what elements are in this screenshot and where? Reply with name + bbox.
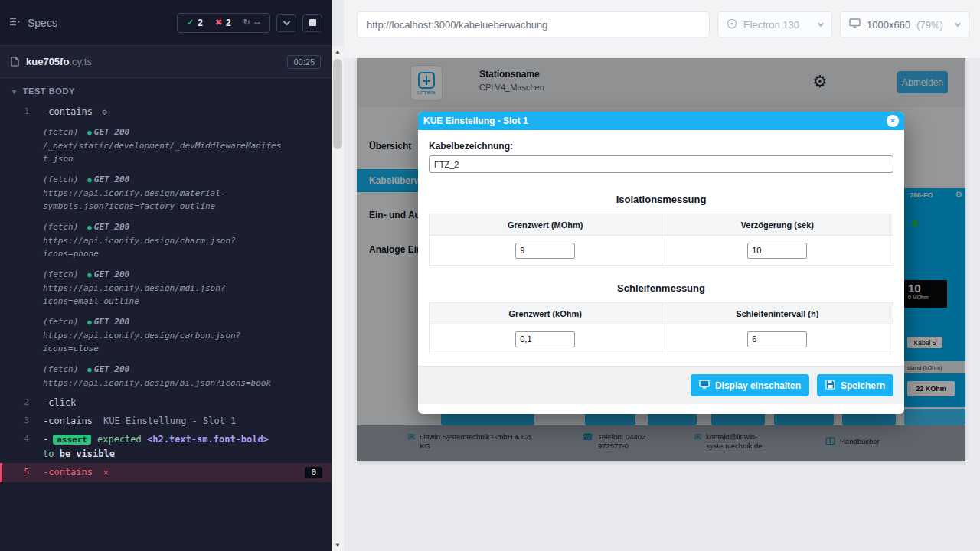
retry-count-badge: 0 (305, 467, 322, 478)
command-row-contains[interactable]: 3 -containsKUE Einstellung - Slot 1 (0, 412, 332, 430)
command-argument: KUE Einstellung - Slot 1 (103, 416, 236, 426)
command-number: 4 (0, 432, 43, 446)
assert-text: to (43, 448, 54, 459)
specs-list-icon[interactable] (9, 16, 21, 30)
verzoegerung-sek-input[interactable] (747, 243, 807, 259)
status-dot-icon: ● (87, 318, 91, 326)
dialog-header: KUE Einstellung - Slot 1 ✕ (418, 112, 904, 130)
url-input[interactable] (357, 11, 710, 37)
column-header: Verzögerung (sek) (662, 214, 893, 235)
collapse-button[interactable] (276, 14, 296, 32)
request-url: https://api.iconify.design/carbon.json?i… (43, 329, 282, 355)
isolation-section-title: Isolationsmessung (429, 194, 893, 205)
spec-name: kue705fo.cy.ts (26, 56, 92, 67)
command-number: 5 (0, 465, 43, 479)
schleifen-table: Grenzwert (kOhm) Schleifenintervall (h) (429, 302, 893, 354)
kue-settings-dialog: KUE Einstellung - Slot 1 ✕ Kabelbezeichn… (418, 112, 904, 414)
chevron-down-icon (818, 20, 824, 26)
column-header: Schleifenintervall (h) (662, 303, 893, 324)
app-viewport: LITTWIN Stationsname CPLV4_Maschen ⚙ Abm… (357, 58, 965, 461)
fetch-label: (fetch) (43, 317, 78, 327)
command-log: 1 -contains⚙ (fetch)●GET 200 /_next/stat… (0, 101, 332, 482)
close-icon[interactable]: ✕ (887, 115, 899, 127)
status-dot-icon: ● (87, 366, 91, 373)
viewport-zoom: (79%) (916, 19, 943, 31)
speichern-button[interactable]: Speichern (817, 374, 893, 396)
fetch-label: (fetch) (43, 269, 78, 279)
assert-text: visible (76, 448, 115, 459)
network-log-row[interactable]: (fetch)●GET 200 https://api.iconify.desi… (0, 169, 332, 217)
browser-label: Electron 130 (743, 19, 799, 31)
specs-label[interactable]: Specs (28, 17, 57, 29)
test-stats: ✓ 2 ✖ 2 ↻ -- (177, 13, 270, 33)
fetch-label: (fetch) (43, 222, 78, 232)
network-log-row[interactable]: (fetch)●GET 200 https://api.iconify.desi… (0, 311, 332, 359)
pending-count: -- (254, 18, 260, 28)
command-number: 1 (0, 105, 43, 119)
chevron-down-icon (955, 20, 961, 26)
refresh-icon: ↻ (243, 18, 250, 28)
command-row-contains[interactable]: 1 -contains⚙ (0, 103, 332, 122)
spec-file-icon (11, 57, 19, 67)
assert-text: be (60, 448, 70, 459)
grenzwert-kohm-input[interactable] (515, 331, 575, 347)
stat-passed[interactable]: ✓ 2 (181, 18, 209, 28)
viewport-select[interactable]: 1000x660 (79%) (840, 11, 969, 37)
dialog-body: Kabelbezeichnung: Isolationsmessung Gren… (418, 130, 904, 354)
fetch-label: (fetch) (43, 364, 78, 374)
browser-select[interactable]: Electron 130 (717, 11, 832, 37)
stat-failed[interactable]: ✖ 2 (209, 18, 237, 28)
scrollbar-thumb[interactable] (333, 59, 342, 149)
schleifenintervall-input[interactable] (747, 331, 807, 347)
grenzwert-mohm-input[interactable] (515, 243, 575, 259)
http-status: GET 200 (94, 127, 129, 137)
monitor-icon (849, 18, 861, 31)
request-url: https://api.iconify.design/material-symb… (43, 187, 282, 213)
scroll-down-icon[interactable]: ▼ (332, 542, 344, 549)
command-row-contains-failed[interactable]: 5 -contains✕ 0 (0, 463, 332, 482)
network-log-row[interactable]: (fetch)●GET 200 https://api.iconify.desi… (0, 264, 332, 311)
kabelbezeichnung-input[interactable] (429, 155, 893, 173)
scroll-up-icon[interactable]: ▲ (332, 48, 344, 55)
command-row-assert[interactable]: 4 -assertexpected <h2.text-sm.font-bold>… (0, 430, 332, 463)
kabelbezeichnung-label: Kabelbezeichnung: (429, 141, 893, 152)
screen: Specs ✓ 2 ✖ 2 ↻ -- (0, 0, 980, 551)
assert-selector: <h2.text-sm.font-bold> (147, 434, 269, 445)
stat-pending[interactable]: ↻ -- (237, 18, 266, 28)
display-icon (699, 380, 710, 391)
suite-title: TEST BODY (23, 86, 75, 96)
spec-header[interactable]: kue705fo.cy.ts 00:25 (0, 46, 332, 78)
check-icon: ✓ (187, 18, 194, 28)
http-status: GET 200 (94, 174, 129, 184)
stop-icon (309, 19, 316, 26)
command-name: -contains (43, 467, 93, 478)
cross-icon: ✖ (215, 18, 222, 28)
display-einschalten-button[interactable]: Display einschalten (691, 374, 809, 396)
chevron-down-icon (283, 18, 290, 25)
failed-count: 2 (226, 18, 231, 28)
reporter-scrollbar[interactable]: ▲ ▼ (332, 46, 344, 551)
http-status: GET 200 (94, 222, 129, 232)
gear-icon: ⚙ (102, 107, 107, 117)
aut-panel: Electron 130 1000x660 (79%) LITTWIN Stat… (344, 0, 980, 551)
save-icon (825, 380, 835, 392)
network-log-row[interactable]: (fetch)●GET 200 /_next/static/developmen… (0, 122, 332, 169)
suite-header[interactable]: ▾ TEST BODY (0, 78, 332, 101)
command-number: 3 (0, 414, 43, 428)
assert-badge: assert (53, 435, 91, 445)
browser-icon (727, 18, 737, 31)
cypress-reporter: Specs ✓ 2 ✖ 2 ↻ -- (0, 0, 332, 551)
request-url: https://api.iconify.design/mdi.json?icon… (43, 282, 282, 308)
request-url: /_next/static/development/_devMiddleware… (43, 139, 282, 165)
spec-duration-badge: 00:25 (287, 55, 321, 69)
stop-button[interactable] (302, 14, 322, 32)
command-row-click[interactable]: 2 -click (0, 393, 332, 412)
dialog-footer: Display einschalten Speichern (418, 366, 904, 404)
status-dot-icon: ● (87, 176, 91, 184)
column-header: Grenzwert (kOhm) (430, 303, 662, 324)
http-status: GET 200 (94, 269, 129, 279)
network-log-row[interactable]: (fetch)●GET 200 https://api.iconify.desi… (0, 359, 332, 393)
fail-x-icon: ✕ (103, 468, 109, 478)
network-log-row[interactable]: (fetch)●GET 200 https://api.iconify.desi… (0, 217, 332, 264)
fetch-label: (fetch) (43, 127, 78, 137)
